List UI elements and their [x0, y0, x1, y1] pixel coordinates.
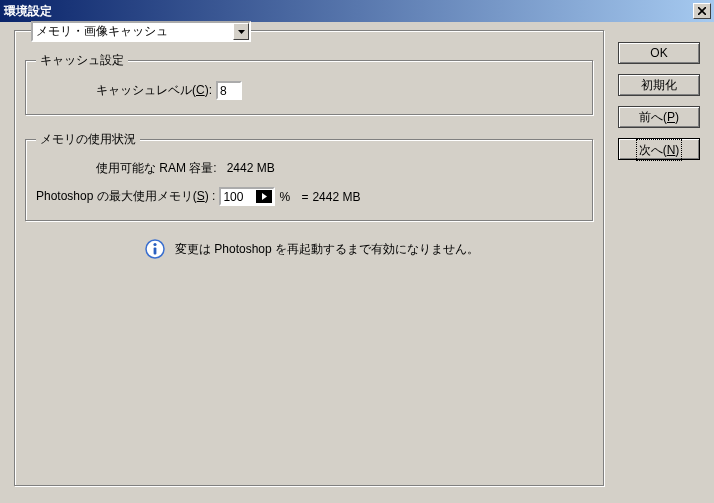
cache-settings-group: キャッシュ設定 キャッシュレベル(C): [25, 52, 593, 115]
category-combo[interactable]: メモリ・画像キャッシュ [31, 21, 251, 42]
cache-level-label: キャッシュレベル(C): [96, 82, 212, 99]
ram-label: 使用可能な RAM 容量: [96, 161, 217, 175]
memory-usage-group: メモリの使用状況 使用可能な RAM 容量: 2442 MB Photoshop… [25, 131, 593, 221]
max-mem-label: Photoshop の最大使用メモリ(S) : [36, 188, 215, 205]
svg-point-1 [153, 243, 156, 246]
window-title: 環境設定 [4, 3, 52, 20]
next-button[interactable]: 次へ(N) [618, 138, 700, 160]
equals-sign: = [301, 190, 308, 204]
cache-level-input[interactable] [216, 81, 242, 100]
computed-mem: 2442 MB [312, 190, 360, 204]
close-button[interactable] [693, 3, 711, 19]
combo-selected-text: メモリ・画像キャッシュ [33, 23, 233, 40]
max-mem-input[interactable] [221, 189, 255, 204]
ok-button[interactable]: OK [618, 42, 700, 64]
dialog-body: メモリ・画像キャッシュ キャッシュ設定 キャッシュレベル(C): メモリの使用状… [0, 22, 714, 503]
max-mem-spinner[interactable] [219, 187, 275, 206]
ram-value: 2442 MB [227, 161, 275, 175]
outer-frame: メモリ・画像キャッシュ キャッシュ設定 キャッシュレベル(C): メモリの使用状… [14, 30, 604, 486]
chevron-down-icon[interactable] [233, 23, 249, 40]
svg-rect-2 [154, 248, 157, 255]
info-row: 変更は Photoshop を再起動するまで有効になりません。 [145, 239, 593, 259]
titlebar: 環境設定 [0, 0, 714, 22]
info-text: 変更は Photoshop を再起動するまで有効になりません。 [175, 241, 479, 258]
info-icon [145, 239, 165, 259]
right-button-column: OK 初期化 前へ(P) 次へ(N) [618, 42, 700, 160]
reset-button[interactable]: 初期化 [618, 74, 700, 96]
prev-button[interactable]: 前へ(P) [618, 106, 700, 128]
cache-legend: キャッシュ設定 [36, 52, 128, 69]
percent-sign: % [279, 190, 290, 204]
spinner-button[interactable] [256, 190, 272, 203]
memory-legend: メモリの使用状況 [36, 131, 140, 148]
